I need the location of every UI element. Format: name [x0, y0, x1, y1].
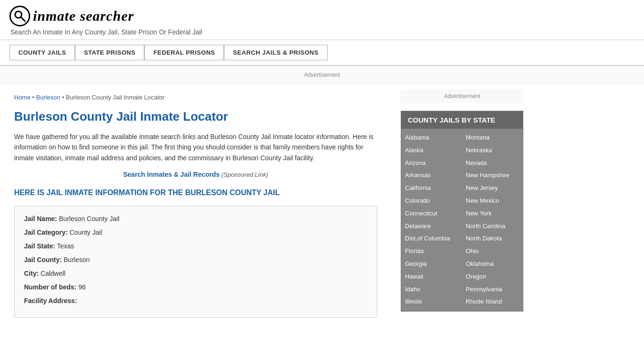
beds-row: Number of beds: 96 — [24, 282, 367, 292]
state-link[interactable]: Arizona — [405, 157, 458, 170]
jail-state-label: Jail State: — [24, 242, 55, 250]
logo-icon — [9, 6, 30, 26]
description: We have gathered for you all the availab… — [14, 132, 377, 163]
state-link[interactable]: Oregon — [466, 271, 519, 283]
state-link[interactable]: Dist.of Columbia — [405, 232, 458, 245]
tagline: Search An Inmate In Any County Jail, Sta… — [10, 28, 635, 36]
sponsored-label: (Sponsored Link) — [222, 171, 268, 178]
breadcrumb: Home • Burleson • Burleson County Jail I… — [14, 94, 377, 101]
jail-category-label: Jail Category: — [24, 229, 68, 236]
svg-line-1 — [21, 17, 25, 21]
state-link[interactable]: Idaho — [405, 283, 458, 296]
info-box: Jail Name: Burleson County Jail Jail Cat… — [14, 206, 377, 318]
state-link[interactable]: Alaska — [405, 144, 458, 157]
address-row: Facility Address: — [24, 296, 367, 306]
jail-state-value-text: Texas — [57, 242, 74, 250]
state-link[interactable]: Rhode Island — [466, 296, 519, 308]
header: inmate searcher Search An Inmate In Any … — [0, 0, 644, 40]
state-link[interactable]: New Jersey — [466, 182, 519, 195]
nav: COUNTY JAILS STATE PRISONS FEDERAL PRISO… — [0, 40, 644, 66]
state-link[interactable]: Illinois — [405, 296, 458, 308]
state-link[interactable]: Arkansas — [405, 169, 458, 182]
beds-label: Number of beds: — [24, 283, 76, 291]
main: Home • Burleson • Burleson County Jail I… — [0, 84, 644, 327]
state-link[interactable]: Montana — [466, 132, 519, 144]
state-box: COUNTY JAILS BY STATE AlabamaAlaskaArizo… — [401, 111, 523, 312]
jail-category-row: Jail Category: County Jail — [24, 228, 367, 238]
state-link[interactable]: Georgia — [405, 258, 458, 271]
nav-county-jails[interactable]: COUNTY JAILS — [9, 45, 75, 60]
state-link[interactable]: Nebraska — [466, 144, 519, 157]
nav-state-prisons[interactable]: STATE PRISONS — [75, 45, 144, 60]
jail-county-label: Jail County: — [24, 256, 62, 263]
sidebar-ad: Advertisement — [401, 89, 523, 103]
state-link[interactable]: Connecticut — [405, 207, 458, 220]
state-col-right: MontanaNebraskaNevadaNew HampshireNew Je… — [462, 132, 523, 308]
state-link[interactable]: North Carolina — [466, 220, 519, 233]
jail-category-value-text: County Jail — [69, 229, 102, 236]
logo-area: inmate searcher — [9, 6, 635, 26]
breadcrumb-home[interactable]: Home — [14, 94, 31, 101]
jail-county-value-text: Burleson — [64, 256, 90, 263]
sidebar: Advertisement COUNTY JAILS BY STATE Alab… — [391, 84, 533, 327]
jail-name-row: Jail Name: Burleson County Jail — [24, 214, 367, 224]
state-columns: AlabamaAlaskaArizonaArkansasCaliforniaCo… — [401, 129, 523, 311]
state-link[interactable]: New Mexico — [466, 195, 519, 207]
jail-name-label: Jail Name: — [24, 215, 57, 222]
state-col-left: AlabamaAlaskaArizonaArkansasCaliforniaCo… — [401, 132, 462, 308]
state-link[interactable]: North Dakota — [466, 232, 519, 245]
state-link[interactable]: New Hampshire — [466, 169, 519, 182]
state-box-title: COUNTY JAILS BY STATE — [401, 111, 523, 129]
content: Home • Burleson • Burleson County Jail I… — [0, 84, 391, 327]
state-link[interactable]: Alabama — [405, 132, 458, 144]
state-link[interactable]: Hawaii — [405, 271, 458, 283]
breadcrumb-current: Burleson County Jail Inmate Locator — [66, 94, 165, 101]
nav-buttons: COUNTY JAILS STATE PRISONS FEDERAL PRISO… — [9, 45, 635, 60]
jail-name-value-text: Burleson County Jail — [59, 215, 119, 222]
beds-value-text: 96 — [78, 283, 86, 291]
jail-state-row: Jail State: Texas — [24, 241, 367, 251]
state-link[interactable]: California — [405, 182, 458, 195]
sub-heading: HERE IS JAIL INMATE INFORMATION FOR THE … — [14, 188, 377, 198]
state-link[interactable]: Pennsylvania — [466, 283, 519, 296]
jail-county-row: Jail County: Burleson — [24, 255, 367, 265]
city-label: City: — [24, 270, 39, 277]
page-title: Burleson County Jail Inmate Locator — [14, 109, 377, 124]
state-link[interactable]: Ohio — [466, 245, 519, 258]
sponsored-link[interactable]: Search Inmates & Jail Records — [123, 171, 220, 178]
state-link[interactable]: New York — [466, 207, 519, 220]
state-link[interactable]: Colorado — [405, 195, 458, 207]
city-row: City: Caldwell — [24, 269, 367, 279]
address-label: Facility Address: — [24, 297, 77, 304]
state-link[interactable]: Nevada — [466, 157, 519, 170]
nav-federal-prisons[interactable]: FEDERAL PRISONS — [144, 45, 224, 60]
sponsored: Search Inmates & Jail Records (Sponsored… — [14, 171, 377, 178]
ad-banner: Advertisement — [0, 66, 644, 84]
state-link[interactable]: Delaware — [405, 220, 458, 233]
logo-text: inmate searcher — [33, 8, 134, 24]
state-link[interactable]: Florida — [405, 245, 458, 258]
city-value-text: Caldwell — [41, 270, 66, 277]
state-link[interactable]: Oklahoma — [466, 258, 519, 271]
breadcrumb-parent[interactable]: Burleson — [36, 94, 60, 101]
nav-search-jails[interactable]: SEARCH JAILS & PRISONS — [224, 45, 327, 60]
